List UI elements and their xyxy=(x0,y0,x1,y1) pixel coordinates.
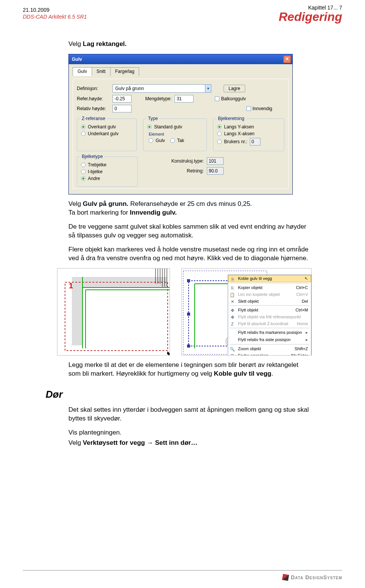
menu-label: Koble gulv til vegg xyxy=(238,276,272,281)
combo-value: Gulv på grunn xyxy=(113,86,146,91)
footer-logo: Data DesignSystem xyxy=(282,574,342,580)
radio-icon xyxy=(81,169,86,174)
group-legend-bjelkeretning: Bjelkeretning xyxy=(216,116,246,121)
menu-item-flytt-objekt[interactable]: ✥ Flytt objekt Ctrl+M xyxy=(228,307,311,313)
radio-trebjelke[interactable]: Trebjelke xyxy=(81,162,133,168)
menu-item-lim-inn: 📋 Lim inn kopierte objekt Ctrl+V xyxy=(228,291,311,298)
menu-shortcut: Alt+Enter xyxy=(290,353,308,356)
move-ref-icon: ✥ xyxy=(230,315,235,320)
menu-separator xyxy=(230,328,309,328)
menu-separator xyxy=(230,305,309,306)
menu-item-zoom-objekt[interactable]: 🔍 Zoom objekt Shift+Z xyxy=(228,345,311,352)
menu-label: Zoom objekt xyxy=(238,346,261,351)
menu-item-slett-objekt[interactable]: ✕ Slett objekt Del xyxy=(228,298,311,305)
group-legend-bjelketype: Bjelketype xyxy=(80,154,104,159)
paste-icon: 📋 xyxy=(230,292,235,297)
footer-brand-b: Design xyxy=(305,574,323,580)
menu-shortcut: Ctrl+C xyxy=(296,285,308,290)
label-retning: Retning: xyxy=(187,168,204,174)
label-refh: Refer.høyde: xyxy=(77,96,110,101)
menu-label: Flytt relativ fra markørens posisjon xyxy=(238,330,302,335)
input-relh[interactable]: 0 xyxy=(113,105,132,112)
z-icon: Z xyxy=(230,321,235,327)
radio-standard-gulv[interactable]: Standard gulv xyxy=(147,124,203,130)
radio-overkant-gulv[interactable]: Overkant gulv xyxy=(81,124,133,130)
chevron-right-icon xyxy=(306,337,308,342)
radio-langs-x[interactable]: Langs X-aksen xyxy=(217,131,280,136)
svg-rect-22 xyxy=(187,279,190,282)
radio-underkant-gulv[interactable]: Underkant gulv xyxy=(81,131,133,136)
chevron-down-icon[interactable]: ▾ xyxy=(205,85,211,92)
menu-label: Kopier objekt xyxy=(238,285,262,290)
tab-strip: Gulv Snitt Farge/lag xyxy=(73,67,289,76)
menu-item-flytt-rel-siste[interactable]: Flytt relativ fra siste posisjon xyxy=(228,336,311,343)
input-refh[interactable]: -0.25 xyxy=(113,95,132,103)
radio-icon xyxy=(149,138,153,143)
input-mengdetype[interactable]: 31 xyxy=(175,95,194,103)
delete-icon: ✕ xyxy=(230,299,235,304)
sub-legend-element: Element xyxy=(149,132,203,136)
radio-label: Trebjelke xyxy=(88,162,106,168)
text-bold: Verktøysett for vegg xyxy=(83,439,145,446)
group-legend-type: Type xyxy=(146,116,159,121)
menu-item-kopier-objekt[interactable]: ⎘ Kopier objekt Ctrl+C xyxy=(228,284,311,291)
logo-cube-icon xyxy=(282,574,289,581)
menu-label: Flytt relativ fra siste posisjon xyxy=(238,337,290,342)
radio-brukers-nr[interactable]: Brukers nr.: 0 xyxy=(217,138,280,145)
text: Referansehøyde er 25 cm dvs minus 0,25. xyxy=(129,200,252,207)
tab-gulv[interactable]: Gulv xyxy=(73,67,92,76)
radio-label: Standard gulv xyxy=(154,124,182,130)
text: Ta bort markering for xyxy=(68,209,130,216)
footer-brand-c: System xyxy=(323,574,342,580)
menu-shortcut: Shift+Z xyxy=(295,346,308,351)
para-gulv-pa-grunn: Velg Gulv på grunn. Referansehøyde er 25… xyxy=(68,200,312,217)
menu-shortcut: Home xyxy=(297,321,308,326)
label-relh: Relativ høyde: xyxy=(77,106,110,111)
tab-snitt[interactable]: Snitt xyxy=(92,67,111,76)
radio-andre[interactable]: Andre xyxy=(81,176,133,181)
radio-icon xyxy=(170,138,175,143)
menu-item-endre-egenskap[interactable]: ☰ Endre egenskap Alt+Enter xyxy=(228,352,311,356)
radio-element-gulv[interactable]: Gulv xyxy=(149,138,165,143)
illustration-drag-rectangle: 1 2 1 2 xyxy=(57,268,170,356)
text: Velg xyxy=(68,40,83,47)
zoom-icon: 🔍 xyxy=(230,346,235,352)
radio-label: Brukers nr.: xyxy=(224,139,247,144)
radio-icon xyxy=(81,176,86,181)
heading-dor: Dør xyxy=(46,389,312,400)
input-brukers-nr[interactable]: 0 xyxy=(250,138,260,145)
menu-label: Flytt objekt via fritt referansepunkt xyxy=(238,315,301,319)
radio-element-tak[interactable]: Tak xyxy=(170,138,184,143)
svg-rect-2 xyxy=(72,277,83,345)
radio-icon xyxy=(81,163,86,167)
tab-fargelag[interactable]: Farge/lag xyxy=(110,67,140,76)
label-mengdetype: Mengdetype: xyxy=(145,96,171,101)
header-title: Redigering xyxy=(279,11,342,23)
svg-text:1: 1 xyxy=(69,281,73,290)
lagre-button[interactable]: Lagre xyxy=(224,85,245,92)
menu-item-flytt-rel-markor[interactable]: Flytt relativ fra markørens posisjon xyxy=(228,329,311,336)
radio-label: Tak xyxy=(177,138,184,143)
menu-shortcut: Del xyxy=(302,299,308,303)
checkbox-balkonggulv[interactable]: Balkonggulv xyxy=(215,96,246,101)
radio-icon xyxy=(147,125,152,129)
text-bold: Gulv på grunn. xyxy=(83,200,129,207)
menu-item-koble-gulv-til-vegg[interactable]: ⎘ Koble gulv til vegg ↖ xyxy=(228,275,311,282)
menu-shortcut: Ctrl+M xyxy=(295,308,308,312)
radio-langs-y[interactable]: Langs Y-aksen xyxy=(217,124,280,130)
label-konstruksj-type: Konstruksj.type: xyxy=(171,158,204,164)
menu-item-flytt-z: Z Flytt til absolutt Z-koordinat Home xyxy=(228,320,311,327)
radio-label: Langs Y-aksen xyxy=(224,124,254,130)
text-bold: Innvendig gulv. xyxy=(130,209,177,216)
menu-item-flytt-via-ref: ✥ Flytt objekt via fritt referansepunkt xyxy=(228,313,311,320)
close-icon[interactable]: ✕ xyxy=(283,55,291,63)
group-legend-zref: Z-referanse xyxy=(80,116,107,121)
dialog-title-text: Gulv xyxy=(72,57,82,62)
dialog-titlebar[interactable]: Gulv ✕ xyxy=(69,54,292,64)
radio-label: Andre xyxy=(88,176,100,181)
radio-ibjelke[interactable]: I-bjelke xyxy=(81,169,133,174)
checkbox-innvendig[interactable]: Innvendig xyxy=(246,106,272,111)
combo-definisjon[interactable]: Gulv på grunn ▾ xyxy=(113,84,211,93)
menu-separator xyxy=(230,344,309,345)
radio-label: Langs X-aksen xyxy=(224,131,254,136)
